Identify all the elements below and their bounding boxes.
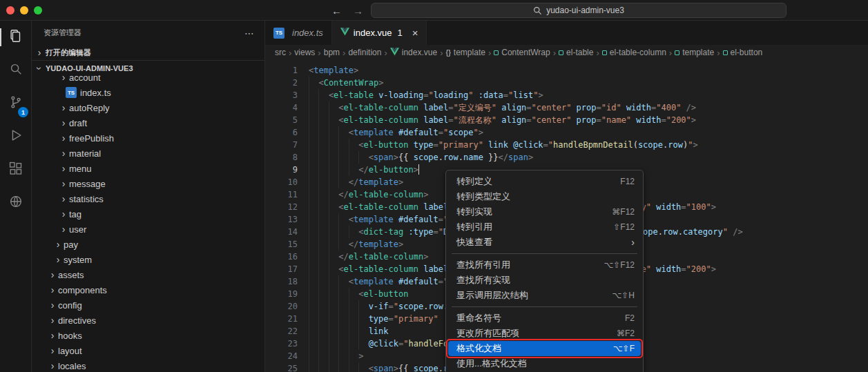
tree-item-material[interactable]: ›material xyxy=(32,146,264,161)
line-content: <el-table v-loading="loading" :data="lis… xyxy=(298,89,543,101)
menu-item-label: 更改所有匹配项 xyxy=(456,327,519,340)
tree-item-menu[interactable]: ›menu xyxy=(32,161,264,176)
menu-separator xyxy=(452,306,637,307)
vue-icon xyxy=(340,28,349,38)
open-editors-section[interactable]: › 打开的编辑器 xyxy=(32,45,264,60)
sidebar: 资源管理器 ⋯ › 打开的编辑器 › YUDAO-UI-ADMIN-VUE3 ›… xyxy=(32,21,265,372)
tree-item-system[interactable]: ›system xyxy=(32,252,264,267)
forward-icon[interactable]: → xyxy=(353,5,363,17)
menu-item-label: 重命名符号 xyxy=(456,312,501,324)
menu-item-重命名符号[interactable]: 重命名符号F2 xyxy=(448,311,641,326)
breadcrumb[interactable]: src›views›bpm›definition›index.vue›{}tem… xyxy=(265,45,868,60)
line-content: </template> xyxy=(298,238,403,251)
breadcrumb-item-index.vue[interactable]: index.vue xyxy=(390,48,437,58)
breadcrumb-item-definition[interactable]: definition xyxy=(348,48,381,57)
chevron-right-icon: › xyxy=(47,285,58,295)
tree-item-label: draft xyxy=(69,118,87,128)
breadcrumb-item-el-table[interactable]: el-table xyxy=(559,48,593,57)
source-control-badge: 1 xyxy=(18,107,28,117)
tree-item-message[interactable]: ›message xyxy=(32,176,264,191)
menu-item-label: 格式化文档 xyxy=(456,342,501,355)
line-number: 10 xyxy=(265,176,298,188)
menu-item-label: 转到类型定义 xyxy=(456,190,510,203)
menu-item-转到定义[interactable]: 转到定义F12 xyxy=(448,174,641,189)
tree-item-index.ts[interactable]: TSindex.ts xyxy=(32,85,264,100)
breadcrumb-item-src[interactable]: src xyxy=(275,48,286,57)
menu-item-label: 转到引用 xyxy=(456,221,492,233)
tree-item-label: menu xyxy=(69,164,92,174)
tab-index.vue[interactable]: index.vue1× xyxy=(332,21,427,45)
menu-item-格式化文档[interactable]: 格式化文档⌥⇧F xyxy=(448,341,641,356)
breadcrumb-item-el-button[interactable]: el-button xyxy=(723,48,763,57)
tree-item-config[interactable]: ›config xyxy=(32,297,264,313)
breadcrumb-item-views[interactable]: views xyxy=(294,48,315,57)
tree-item-user[interactable]: ›user xyxy=(32,222,264,237)
activity-bar-item-run-debug[interactable] xyxy=(0,120,32,153)
line-content: </el-button> xyxy=(298,164,419,176)
breadcrumb-item-ContentWrap[interactable]: ContentWrap xyxy=(494,48,550,57)
breadcrumb-item-bpm[interactable]: bpm xyxy=(324,48,340,57)
menu-item-keybinding: F2 xyxy=(625,313,635,323)
tree-item-draft[interactable]: ›draft xyxy=(32,115,264,130)
line-number: 21 xyxy=(265,313,298,325)
more-actions-icon[interactable]: ⋯ xyxy=(244,28,255,39)
breadcrumb-item-template[interactable]: {}template xyxy=(446,48,485,57)
tree-item-label: locales xyxy=(58,361,86,371)
chevron-right-icon: › xyxy=(58,118,69,128)
breadcrumb-separator-icon: › xyxy=(318,48,320,58)
root-folder-section[interactable]: › YUDAO-UI-ADMIN-VUE3 xyxy=(32,60,264,75)
tree-item-statistics[interactable]: ›statistics xyxy=(32,191,264,206)
text-cursor xyxy=(418,164,420,175)
activity-bar-item-remote-explorer[interactable] xyxy=(0,186,32,219)
activity-bar-item-extensions[interactable] xyxy=(0,153,32,186)
code-line-6: 6<template #default="scope"> xyxy=(265,126,868,139)
menu-item-label: 转到实现 xyxy=(456,206,492,218)
breadcrumb-item-template[interactable]: template xyxy=(675,48,714,57)
menu-item-更改所有匹配项[interactable]: 更改所有匹配项⌘F2 xyxy=(448,326,641,341)
menu-item-显示调用层次结构[interactable]: 显示调用层次结构⌥⇧H xyxy=(448,288,641,303)
code-line-1: 1<template> xyxy=(265,64,868,77)
breadcrumb-label: template xyxy=(454,48,485,57)
tree-item-account[interactable]: ›account xyxy=(32,75,264,85)
close-tab-icon[interactable]: × xyxy=(412,28,418,38)
breadcrumb-separator-icon: › xyxy=(553,48,556,58)
tree-item-tag[interactable]: ›tag xyxy=(32,206,264,222)
line-content: > xyxy=(298,350,363,362)
tree-item-pay[interactable]: ›pay xyxy=(32,237,264,252)
tree-item-components[interactable]: ›components xyxy=(32,282,264,297)
tree-item-layout[interactable]: ›layout xyxy=(32,343,264,358)
activity-bar-item-search[interactable] xyxy=(0,54,32,87)
breadcrumb-label: index.vue xyxy=(402,48,437,57)
tree-item-label: freePublish xyxy=(69,133,114,144)
back-icon[interactable]: ← xyxy=(331,5,342,17)
activity-bar-item-explorer[interactable] xyxy=(0,21,32,54)
menu-item-查找所有实现[interactable]: 查找所有实现 xyxy=(448,273,641,288)
command-center-search[interactable]: yudao-ui-admin-vue3 xyxy=(371,3,787,18)
root-folder-label: YUDAO-UI-ADMIN-VUE3 xyxy=(46,64,133,72)
activity-bar-item-source-control[interactable]: 1 xyxy=(0,87,32,120)
close-window-button[interactable] xyxy=(6,6,15,14)
breadcrumb-separator-icon: › xyxy=(669,48,672,58)
maximize-window-button[interactable] xyxy=(34,6,42,14)
menu-item-转到实现[interactable]: 转到实现⌘F12 xyxy=(448,204,641,219)
run-debug-icon xyxy=(8,128,23,146)
menu-item-keybinding: ⌘F2 xyxy=(617,329,635,338)
menu-item-转到引用[interactable]: 转到引用⇧F12 xyxy=(448,219,641,235)
minimize-window-button[interactable] xyxy=(20,6,28,14)
menu-item-使用...格式化文档[interactable]: 使用...格式化文档 xyxy=(448,356,641,371)
tree-item-locales[interactable]: ›locales xyxy=(32,358,264,372)
tree-item-assets[interactable]: ›assets xyxy=(32,267,264,282)
tree-item-hooks[interactable]: ›hooks xyxy=(32,328,264,343)
breadcrumb-item-el-table-column[interactable]: el-table-column xyxy=(602,48,666,57)
tree-item-autoReply[interactable]: ›autoReply xyxy=(32,100,264,115)
line-content: <el-table-column label="流程名称" align="cen… xyxy=(298,114,696,126)
tree-item-freePublish[interactable]: ›freePublish xyxy=(32,130,264,146)
typescript-file-icon: TS xyxy=(273,28,284,39)
tree-item-directives[interactable]: ›directives xyxy=(32,313,264,328)
menu-item-快速查看[interactable]: 快速查看› xyxy=(448,235,641,250)
line-number: 4 xyxy=(265,101,298,114)
line-number: 2 xyxy=(265,77,298,89)
menu-item-转到类型定义[interactable]: 转到类型定义 xyxy=(448,189,641,204)
tab-index.ts[interactable]: TSindex.ts xyxy=(265,21,332,45)
menu-item-查找所有引用[interactable]: 查找所有引用⌥⇧F12 xyxy=(448,257,641,273)
